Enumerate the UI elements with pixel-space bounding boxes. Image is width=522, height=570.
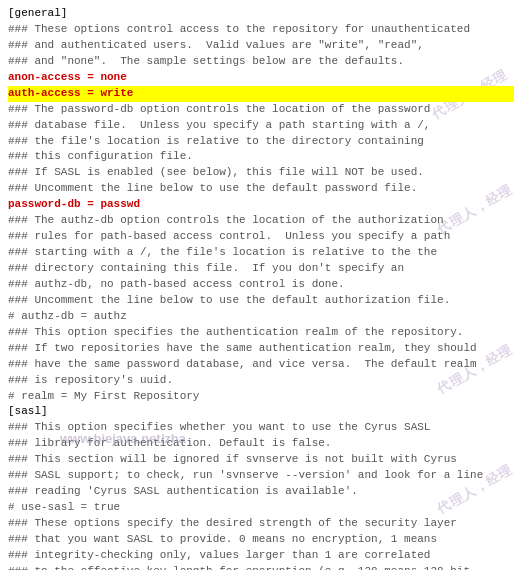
config-line: ### and authenticated users. Valid value… [8, 38, 514, 54]
config-line: ### this configuration file. [8, 149, 514, 165]
config-line: ### directory containing this file. If y… [8, 261, 514, 277]
config-line: ### that you want SASL to provide. 0 mea… [8, 532, 514, 548]
config-line: ### SASL support; to check, run 'svnserv… [8, 468, 514, 484]
config-line: ### is repository's uuid. [8, 373, 514, 389]
config-line: ### Uncomment the line below to use the … [8, 181, 514, 197]
config-line: ### The authz-db option controls the loc… [8, 213, 514, 229]
config-lines: [general]### These options control acces… [8, 6, 514, 570]
config-line: ### integrity-checking only, values larg… [8, 548, 514, 564]
config-line: ### Uncomment the line below to use the … [8, 293, 514, 309]
config-line: # use-sasl = true [8, 500, 514, 516]
config-line: ### reading 'Cyrus SASL authentication i… [8, 484, 514, 500]
config-line: ### database file. Unless you specify a … [8, 118, 514, 134]
config-line: ### This option specifies whether you wa… [8, 420, 514, 436]
config-line: [general] [8, 6, 514, 22]
config-line: [sasl] [8, 404, 514, 420]
config-line: ### This section will be ignored if svns… [8, 452, 514, 468]
config-line: ### This option specifies the authentica… [8, 325, 514, 341]
config-line: password-db = passwd [8, 197, 514, 213]
config-line: # authz-db = authz [8, 309, 514, 325]
config-line: ### the file's location is relative to t… [8, 134, 514, 150]
config-line: ### The password-db option controls the … [8, 102, 514, 118]
config-line: ### and "none". The sample settings belo… [8, 54, 514, 70]
config-line: # realm = My First Repository [8, 389, 514, 405]
config-line: ### These options specify the desired st… [8, 516, 514, 532]
config-line: ### If SASL is enabled (see below), this… [8, 165, 514, 181]
config-line: ### starting with a /, the file's locati… [8, 245, 514, 261]
config-line: ### rules for path-based access control.… [8, 229, 514, 245]
config-line: auth-access = write [8, 86, 514, 102]
config-line: anon-access = none [8, 70, 514, 86]
config-line: ### to the effective key length for encr… [8, 564, 514, 570]
config-line: ### If two repositories have the same au… [8, 341, 514, 357]
config-line: ### have the same password database, and… [8, 357, 514, 373]
config-file-viewer: 代理人，经理 代理人，经理 代理人，经理 代理人，经理 [general]###… [0, 0, 522, 570]
config-line: ### These options control access to the … [8, 22, 514, 38]
config-line: ### library for authentication. Default … [8, 436, 514, 452]
config-line: ### authz-db, no path-based access contr… [8, 277, 514, 293]
